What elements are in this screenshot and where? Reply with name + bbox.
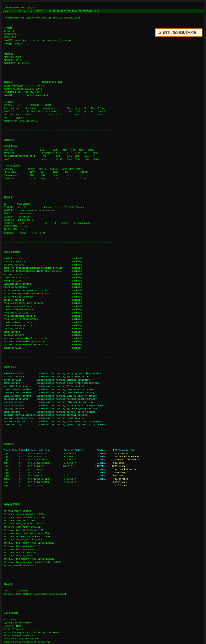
running-services-header: 运行的服务: (4, 366, 16, 368)
running-lvm2-pvscan: lvm2-pvscan@.service loaded active runni… (4, 395, 97, 397)
service-rhel-domainname: rhel-domainname.service enabled (4, 315, 82, 317)
divider6: ----------------------------------------… (4, 433, 202, 436)
running-systemd-logind: systemd-logind.service loaded active run… (4, 417, 84, 420)
user-section: 用户信息: root /bin/bash Bertram:1000:1000:r… (4, 583, 202, 596)
port-row-9: tcp6 0 0 ::127.0.1.323 0.0.0.0:* LISTEN … (4, 478, 128, 480)
running-getty: getty@tty1.service loaded active running… (4, 385, 84, 388)
service-dbus-nm-dispatcher: dbus-org.freedesktop.nm-dispatcher.servi… (4, 270, 82, 272)
service-rhel-configure: rhel-configure.service enabled (4, 308, 82, 311)
running-sshd: sshd.service loaded active running OpenS… (4, 411, 95, 413)
service-systemd-readahead-replay: systemd-readahead-replay.service enabled (4, 344, 82, 346)
service-rhel-autorelabel: rhel-autorelabel.service enabled (4, 305, 82, 308)
port-row-10: udp 0 0 0.0.0.0:20490 0.0.0.0:* 2189/loc… (4, 481, 127, 484)
disk-section: 磁盘信息: 磁盘使用情况: 文件系统 类型 容量 已用 可用 已用% 挂载点 d… (4, 138, 202, 180)
services-section: 系统开机配置量: auditd.service enabled brandbot… (4, 250, 202, 350)
service-rhel-dmesg: rhel-dmesg.service enabled (4, 312, 82, 314)
divider4: ----------------------------------------… (4, 241, 202, 244)
running-services-section: 运行的服务: auditd.service loaded active runn… (4, 366, 202, 426)
divider5: ----------------------------------------… (4, 356, 202, 359)
service-rsyslog: rsyslog.service enabled (4, 328, 82, 330)
port-row-7: tcp6 0 0 :::33k :::* LISTEN 1110/mysqld (4, 471, 128, 474)
cpu-header: CPU巡检: (4, 26, 14, 29)
service-chronyd: chronyd.service enabled (4, 264, 82, 266)
running-chronyd: chronyd.service loaded active running NT… (4, 376, 90, 378)
network-header: 网络巡检: 链接状态 网卡 链接 (4, 81, 62, 84)
service-postfix: postfix.service enabled (4, 299, 82, 301)
service-irqbalance: irqbalance.service enabled (4, 276, 82, 279)
service-tuned: tuned.service enabled (4, 347, 82, 349)
kernel-header: 内核参数配置量: (4, 503, 21, 506)
running-systemd-udevd: systemd-udevd.service loaded active runn… (4, 420, 102, 423)
running-lvm2-lvmetad: lvm2-lvmetad.service loaded active runni… (4, 388, 94, 391)
service-auditd: auditd.service enabled (4, 257, 82, 260)
service-nm-dispatcher: NetworkManager-dispatcher.service enable… (4, 289, 82, 292)
file-listing: -rw-r--r-- 1 root root 9987 1月 11 22:20 … (4, 10, 202, 13)
divider7: ----------------------------------------… (4, 494, 202, 497)
service-rhel-readonly: rhel-readonly.service enabled (4, 324, 82, 327)
running-systemd-journal: systemd-journal.service loaded active ru… (4, 414, 87, 416)
service-rhel-autorelabel-mark: rhel-autorelabel-mark.service enabled (4, 302, 82, 304)
running-postfix: postfix.service loaded active running Po… (4, 404, 105, 407)
service-dbus-nm: dbus-org.freedesktop.NetworkManager.serv… (4, 267, 82, 269)
port-row-2: tcp 0 0 0.0.0.0:111 0.0.0.0:* LISTEN 170… (4, 455, 139, 458)
service-sshd: sshd.service enabled (4, 331, 82, 333)
running-dbus: dbus.service loaded active running D-Bus… (4, 382, 100, 384)
annotation-text: 运行脚本，输出巡检结果如图： (158, 31, 199, 34)
running-php-fpm: php-fpm.service loaded active running LS… (4, 401, 92, 404)
annotation-box: 运行脚本，输出巡检结果如图： (155, 28, 202, 37)
services-header: 系统开机配置量: (4, 251, 21, 253)
port-header: 端口信息: (4, 443, 14, 445)
port-row-8: tcp6 0 0 :::60022 :::* LISTEN 933/sshd (4, 474, 124, 477)
port-section: 端口信息: Proto Recv-Q Send-Q Local Address … (4, 442, 202, 487)
service-brandbot: brandbot.service enabled (4, 260, 82, 263)
port-row-3: tcp 0 0 0.0.0.0:0000 0.0.0.0:* LISTEN 11… (4, 458, 139, 461)
service-getty: getty@.service enabled (4, 273, 82, 276)
kernel-section: 内核参数配置量: fs.file-max = 999999 net.core.n… (4, 503, 202, 567)
service-lvm2-monitor: lvm2-monitor.service enabled (4, 283, 82, 285)
divider2: ----------------------------------------… (4, 129, 202, 132)
memory-section: 内存巡检: 内存总量: 972M 内存使用: 401M 内存使用率: 41.25… (4, 52, 202, 65)
service-kdump: kdump.service enabled (4, 280, 82, 282)
ssh-header: ssh 配置信息: (4, 612, 20, 614)
service-systemd-readahead-collect: systemd-readahead-collect.service enable… (4, 337, 82, 340)
system-header: 系统信息: (4, 196, 14, 199)
ssh-section: ssh 配置信息: Port 60022 SyslogFacility AUTH… (4, 612, 202, 644)
running-crond: crond.service loaded active running Comm… (4, 379, 90, 381)
running-packagekit: packageKit.service loaded active running… (4, 398, 97, 400)
port-row-6: tcp6 0 0 :::10051 :::* LISTEN 1391/zabbi… (4, 468, 138, 471)
port-row-1: tcp 0 0 127.0.0.1:25 0.0.0.0:* LISTEN 11… (4, 452, 128, 455)
port-row-5: tcp 0 0 0.0.0.0:0 0.0.0.0:* LISTEN 1233/… (4, 465, 127, 468)
divider9: ----------------------------------------… (4, 602, 202, 605)
running-lvm2-monitor: lvm2-monitor.service loaded active runni… (4, 392, 94, 394)
service-systemd-readahead-drop: systemd-readahead-drop.service enabled (4, 340, 82, 343)
divider1: ----------------------------------------… (4, 72, 202, 74)
divider3: ----------------------------------------… (4, 186, 202, 190)
terminal-window: [root@centos-01 logs]# ll -rw-r--r-- 1 r… (2, 2, 204, 644)
more-command: [root@centos-01 logs]# more 192.168.199.… (4, 16, 80, 19)
service-sysstat: sysstat.service enabled (4, 334, 82, 336)
disk-header: 磁盘信息: (4, 139, 14, 141)
running-tuned: tuned.service loaded active running Dyna… (4, 424, 105, 426)
service-microcode: microcode.service enabled (4, 286, 82, 288)
system-section: 系统信息: OS: GNU/Linux 发行版本: CentOS Linux r… (4, 196, 202, 234)
service-nm: NetworkManager.service enabled (4, 296, 82, 298)
service-nm-wait-online: NetworkManager-wait-online.service enabl… (4, 292, 82, 295)
service-rhel-loadmodules: rhel-loadmodules.service enabled (4, 321, 82, 324)
service-rhel-import-state: rhel-import-state.service enabled (4, 318, 82, 320)
port-table-header: Proto Recv-Q Send-Q Local Address Foreig… (4, 449, 135, 452)
port-row-11: udp 0 0 0 :::323 :::* 705/chronyd (4, 484, 128, 487)
running-rsyslog: rsyslog.service loaded active running Sy… (4, 408, 97, 410)
port-row-4: tcp 0 0 0.0.0.0:60022 0.0.0.0:* LISTEN 9… (4, 462, 124, 464)
prompt-line: [root@centos-01 logs]# ll (4, 6, 38, 9)
memory-header: 内存巡检: (4, 52, 14, 55)
divider8: ----------------------------------------… (4, 574, 202, 577)
terminal-content: [root@centos-01 logs]# ll -rw-r--r-- 1 r… (4, 6, 202, 20)
user-header: 用户信息: (4, 583, 14, 586)
network-section: 网络巡检: 链接状态 网卡 链接 当前运行网卡地址: 192.168.199.2… (4, 81, 202, 122)
running-auditd: auditd.service loaded active running Sec… (4, 372, 101, 375)
cpu-section: CPU巡检: 处理器: 1 物理CPU数量: 1 逻辑CPU数量: 1 CPU型… (4, 26, 149, 46)
